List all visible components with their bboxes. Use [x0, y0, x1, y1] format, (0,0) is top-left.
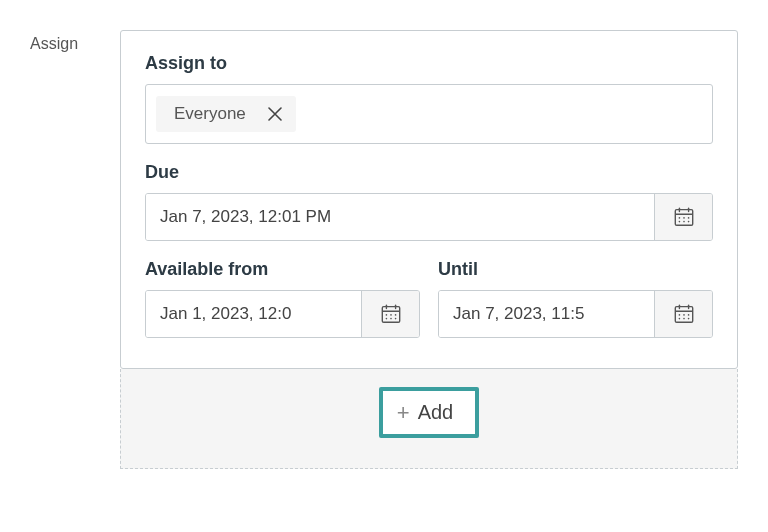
due-date-group — [145, 193, 713, 241]
assign-to-label: Assign to — [145, 53, 713, 74]
svg-point-9 — [687, 221, 689, 223]
availability-range: Available from — [145, 259, 713, 338]
available-from-input[interactable] — [146, 291, 361, 337]
add-button-label: Add — [418, 401, 454, 424]
svg-point-26 — [687, 314, 689, 316]
add-bar: + Add — [120, 369, 738, 469]
until-group — [438, 290, 713, 338]
svg-point-25 — [683, 314, 685, 316]
calendar-icon — [673, 206, 695, 228]
svg-point-18 — [390, 318, 392, 320]
add-button[interactable]: + Add — [379, 387, 479, 438]
svg-point-5 — [683, 217, 685, 219]
close-icon — [268, 107, 282, 121]
svg-point-14 — [385, 314, 387, 316]
svg-point-29 — [687, 318, 689, 320]
svg-point-8 — [683, 221, 685, 223]
assign-card: Assign to Everyone Due — [120, 30, 738, 369]
due-section: Due — [145, 162, 713, 241]
svg-point-24 — [678, 314, 680, 316]
svg-point-4 — [678, 217, 680, 219]
svg-point-17 — [385, 318, 387, 320]
available-from-group — [145, 290, 420, 338]
until-label: Until — [438, 259, 713, 280]
svg-point-16 — [394, 314, 396, 316]
until-input[interactable] — [439, 291, 654, 337]
plus-icon: + — [397, 402, 410, 424]
assign-to-section: Assign to Everyone — [145, 53, 713, 144]
svg-point-7 — [678, 221, 680, 223]
until-calendar-button[interactable] — [654, 291, 712, 337]
available-from-section: Available from — [145, 259, 420, 338]
due-label: Due — [145, 162, 713, 183]
calendar-icon — [673, 303, 695, 325]
assignee-token-label: Everyone — [174, 104, 246, 124]
until-section: Until — [438, 259, 713, 338]
svg-point-19 — [394, 318, 396, 320]
section-label: Assign — [30, 30, 82, 469]
available-from-label: Available from — [145, 259, 420, 280]
due-date-input[interactable] — [146, 194, 654, 240]
svg-point-27 — [678, 318, 680, 320]
assignee-token: Everyone — [156, 96, 296, 132]
svg-point-28 — [683, 318, 685, 320]
remove-assignee-button[interactable] — [268, 107, 282, 121]
calendar-icon — [380, 303, 402, 325]
available-from-calendar-button[interactable] — [361, 291, 419, 337]
assign-to-input[interactable]: Everyone — [145, 84, 713, 144]
svg-point-15 — [390, 314, 392, 316]
svg-point-6 — [687, 217, 689, 219]
due-date-calendar-button[interactable] — [654, 194, 712, 240]
